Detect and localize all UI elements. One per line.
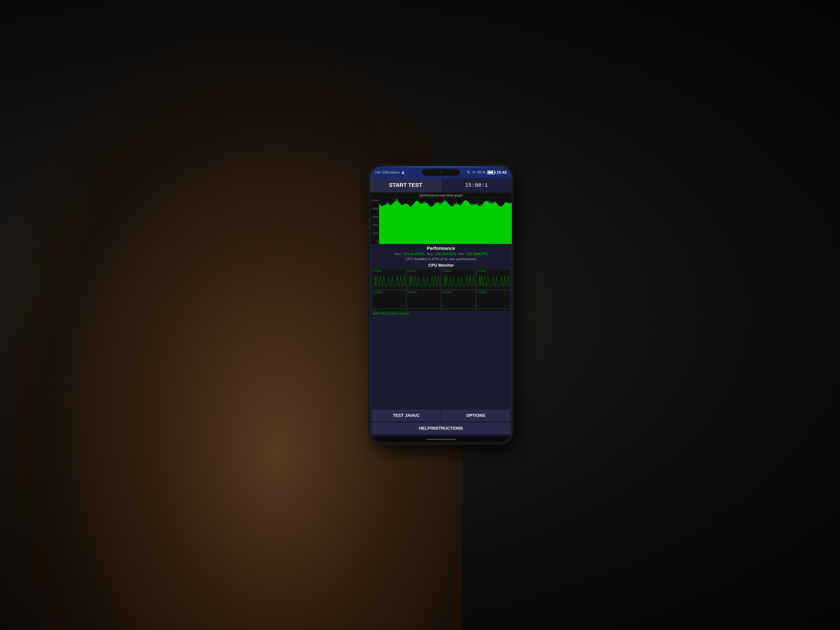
cpu-label-2: 0.30GHz: [442, 270, 451, 272]
cpu-canvas-3: [477, 269, 510, 289]
cpu-canvas-0: [372, 269, 406, 289]
y-label-100: 100%: [371, 199, 378, 202]
cpu-cell-0: 0.30GHz: [372, 269, 406, 290]
lock-icon: [401, 171, 405, 174]
min-label: Min: [458, 252, 464, 256]
start-test-bar: START TEST 15:00:1: [370, 178, 512, 193]
cpu-label-5: 2.01GHz: [407, 291, 417, 294]
y-label-40: 40%: [371, 223, 378, 227]
phone: Нет SIM-карты: [369, 166, 512, 443]
cpu-canvas-2: [442, 269, 475, 289]
app-content: START TEST 15:00:1 performance over time…: [370, 178, 512, 436]
status-right: 85 % 15:42: [467, 170, 507, 175]
status-time: 15:42: [496, 170, 507, 175]
performance-graph: [379, 198, 512, 244]
y-label-80: 80%: [371, 207, 378, 210]
graph-canvas-wrap: time(interval 2min): [379, 198, 512, 244]
mute-icon: [467, 171, 471, 174]
graph-container: 100% 80% 60% 40% 20% 0 time(interval 2mi…: [370, 198, 512, 244]
graph-y-axis: 100% 80% 60% 40% 20% 0: [370, 198, 379, 244]
test-java-button[interactable]: TEST JAVA/C: [372, 410, 441, 421]
wifi-icon: [472, 171, 476, 174]
battery-fill: [488, 171, 493, 174]
cpu-cell-1: 0.32GHz: [407, 269, 441, 290]
cpu-cell-5: 2.01GHz: [407, 291, 441, 311]
timer-display: 15:00:1: [441, 178, 512, 192]
cpu-cell-2: 0.30GHz: [441, 269, 475, 290]
cpu-label-6: 2.01GHz: [442, 291, 451, 294]
cpu-canvas-1: [407, 269, 441, 289]
min-value: 131,560GIPS: [466, 252, 488, 256]
y-label-0: 0: [371, 240, 378, 243]
cpu-canvas-4: [372, 291, 406, 311]
cpu-canvas-6: [442, 291, 475, 311]
cpu-cell-3: 0.32GHz: [476, 269, 510, 290]
performance-section: Performance Max 154,414GIPS Avg 138,354G…: [370, 244, 512, 262]
phone-wrapper: Нет SIM-карты: [369, 166, 512, 443]
cpu-label-1: 0.32GHz: [407, 270, 417, 272]
y-label-60: 60%: [371, 215, 378, 218]
front-camera: [439, 171, 442, 174]
bottom-buttons: TEST JAVA/C OPTIONS: [370, 409, 512, 423]
start-test-button[interactable]: START TEST: [370, 178, 441, 192]
graph-section: performance over time graph 100% 80% 60%…: [370, 193, 512, 244]
home-indicator: [370, 436, 512, 442]
cpu-monitor-section: CPU Monitor 0.30GHz 0.32GHz 0.30GHz: [370, 262, 512, 409]
cpu-label-7: 2.01GHz: [477, 291, 486, 294]
cpu-max-clock: MAX CPU CLOCK:2.01GHz: [372, 312, 510, 315]
max-value: 154,414GIPS: [403, 252, 425, 256]
status-left: Нет SIM-карты: [375, 170, 405, 175]
performance-title: Performance: [372, 246, 510, 251]
options-button[interactable]: OPTIONS: [441, 410, 510, 421]
battery-percent: 85 %: [478, 170, 486, 175]
cpu-grid: 0.30GHz 0.32GHz 0.30GHz 0.32GHz: [372, 269, 510, 311]
avg-value: 138,354GIPS: [435, 252, 456, 256]
status-bar: Нет SIM-карты: [370, 167, 512, 178]
performance-stats: Max 154,414GIPS Avg 138,354GIPS Min 131,…: [372, 252, 510, 256]
home-bar: [426, 439, 456, 440]
cpu-canvas-5: [407, 291, 441, 311]
cpu-label-0: 0.30GHz: [373, 270, 382, 272]
avg-label: Avg: [427, 252, 433, 256]
graph-x-label: time(interval 2min): [488, 240, 510, 243]
notch: [422, 169, 460, 176]
cpu-cell-6: 2.01GHz: [441, 291, 475, 311]
help-btn-row: HELP/INSTRUCTIONS: [370, 423, 512, 436]
cpu-canvas-7: [477, 291, 510, 311]
graph-title: performance over time graph: [370, 193, 512, 198]
max-label: Max: [395, 252, 401, 256]
cpu-cell-7: 2.01GHz: [476, 291, 510, 311]
svg-rect-0: [402, 172, 404, 174]
throttle-text: CPU throttled to 87% of its max performa…: [372, 257, 510, 261]
cpu-label-4: 2.01GHz: [373, 291, 382, 294]
cpu-monitor-title: CPU Monitor: [372, 263, 510, 268]
y-label-20: 20%: [371, 232, 378, 235]
cpu-label-3: 0.32GHz: [477, 270, 486, 272]
sim-text: Нет SIM-карты: [375, 170, 399, 175]
battery-icon: [487, 171, 495, 174]
cpu-cell-4: 2.01GHz: [372, 291, 406, 311]
help-button[interactable]: HELP/INSTRUCTIONS: [372, 423, 510, 434]
